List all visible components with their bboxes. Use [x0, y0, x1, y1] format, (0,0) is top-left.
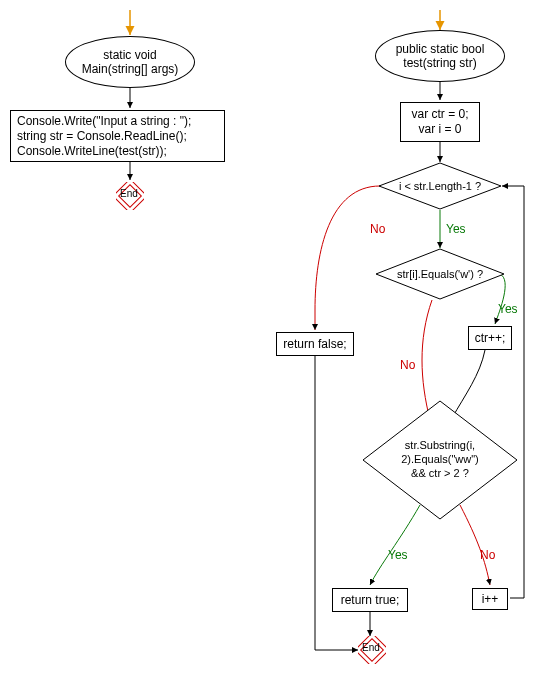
- cond-length: i < str.Length-1 ?: [378, 162, 502, 210]
- init-block: var ctr = 0; var i = 0: [400, 102, 480, 142]
- ctr-increment-text: ctr++;: [475, 331, 506, 345]
- cond2-yes: Yes: [498, 302, 518, 316]
- ctr-increment: ctr++;: [468, 326, 512, 350]
- test-end-label: End: [362, 642, 380, 653]
- cond3-yes: Yes: [388, 548, 408, 562]
- cond-equals-w-text: str[i].Equals('w') ?: [397, 268, 483, 280]
- test-start: public static bool test(string str): [375, 30, 505, 82]
- cond1-no: No: [370, 222, 385, 236]
- return-false: return false;: [276, 332, 354, 356]
- cond1-yes: Yes: [446, 222, 466, 236]
- main-body-text: Console.Write("Input a string : "); stri…: [17, 114, 191, 159]
- main-end-label: End: [120, 188, 138, 199]
- cond-length-text: i < str.Length-1 ?: [399, 180, 481, 192]
- return-true-text: return true;: [341, 593, 400, 607]
- init-text: var ctr = 0; var i = 0: [411, 107, 468, 137]
- main-start-label: static void Main(string[] args): [82, 48, 179, 77]
- i-increment: i++: [472, 588, 508, 610]
- test-start-label: public static bool test(string str): [396, 42, 485, 71]
- return-false-text: return false;: [283, 337, 346, 351]
- cond3-no: No: [480, 548, 495, 562]
- i-increment-text: i++: [482, 592, 499, 606]
- cond-equals-w: str[i].Equals('w') ?: [375, 248, 505, 300]
- main-start: static void Main(string[] args): [65, 36, 195, 88]
- cond-substring-text: str.Substring(i, 2).Equals("ww") && ctr …: [401, 439, 479, 480]
- cond2-no: No: [400, 358, 415, 372]
- return-true: return true;: [332, 588, 408, 612]
- cond-substring: str.Substring(i, 2).Equals("ww") && ctr …: [362, 400, 518, 520]
- main-body: Console.Write("Input a string : "); stri…: [10, 110, 225, 162]
